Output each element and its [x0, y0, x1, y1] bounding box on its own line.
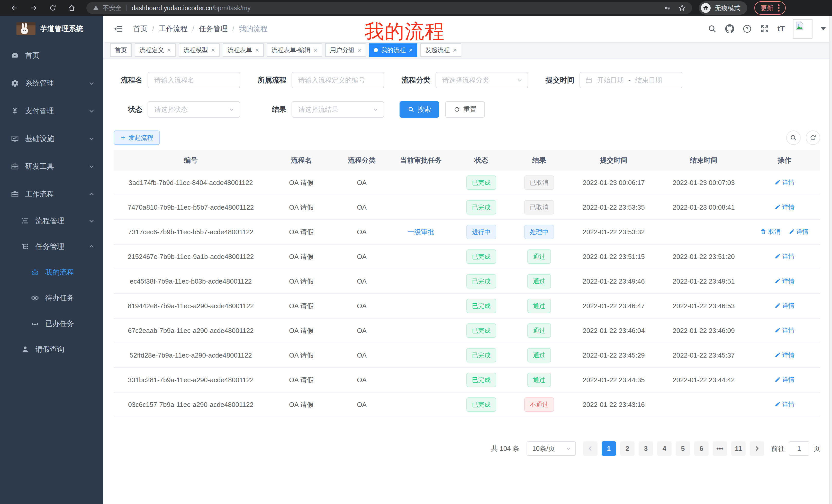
tab-close-icon[interactable]: × [409, 47, 413, 53]
page-button[interactable]: 11 [731, 441, 746, 456]
tab[interactable]: 发起流程 × [420, 44, 461, 57]
process-name-label: 流程名 [114, 75, 142, 85]
process-id: ec45f38f-7b9a-11ec-b03b-acde48001122 [114, 277, 268, 285]
end-time: 2022-01-22 23:46:53 [659, 302, 749, 310]
next-page-button[interactable] [750, 441, 764, 456]
browser-home-icon[interactable] [62, 0, 81, 16]
sidebar-item-home[interactable]: 首页 [0, 41, 103, 69]
detail-action[interactable]: 详情 [774, 400, 795, 409]
browser-forward-icon[interactable] [24, 0, 43, 16]
browser-scrollbar[interactable] [829, 16, 832, 504]
page-button[interactable]: 2 [620, 441, 634, 456]
result-select[interactable]: 请选择流结果 [291, 101, 384, 118]
detail-action[interactable]: 详情 [774, 277, 795, 285]
sidebar-item-process-management[interactable]: 流程管理 [0, 208, 103, 234]
tab-close-icon[interactable]: × [211, 47, 215, 53]
key-icon[interactable] [663, 4, 671, 12]
detail-action[interactable]: 详情 [774, 302, 795, 310]
submit-time: 2022-01-23 00:06:17 [569, 179, 659, 187]
sidebar-item-task-management[interactable]: 任务管理 [0, 234, 103, 259]
breadcrumb-task-management[interactable]: 任务管理 [199, 24, 228, 34]
detail-action[interactable]: 详情 [788, 228, 809, 236]
end-time: 2022-01-23 00:08:41 [659, 203, 749, 212]
parent-process-input[interactable] [291, 72, 384, 88]
browser-reload-icon[interactable] [43, 0, 62, 16]
sidebar-item-dev-tools[interactable]: 研发工具 [0, 152, 103, 180]
page-button[interactable]: ••• [713, 441, 727, 456]
browser-menu-icon[interactable] [778, 4, 780, 11]
github-icon[interactable] [725, 24, 734, 33]
address-bar[interactable]: 不安全 dashboard.yudao.iocoder.cn/bpm/task/… [86, 2, 692, 14]
sidebar-collapse-icon[interactable] [109, 20, 127, 37]
tab-close-icon[interactable]: × [167, 47, 171, 53]
process-name-input[interactable] [148, 72, 240, 88]
table-row: 7470a810-7b9b-11ec-b5b7-acde48001122 OA … [114, 195, 820, 220]
tab-close-icon[interactable]: × [358, 47, 362, 53]
browser-update-button[interactable]: 更新 [754, 1, 786, 15]
submit-time-range-picker[interactable]: 开始日期 - 结束日期 [579, 72, 682, 88]
detail-action[interactable]: 详情 [774, 252, 795, 260]
tab[interactable]: 用户分组 × [325, 44, 366, 57]
tab[interactable]: 流程表单-编辑 × [267, 44, 322, 57]
breadcrumb-separator: / [192, 25, 194, 33]
tab[interactable]: 流程表单 × [223, 44, 263, 57]
process-name: OA 请假 [268, 203, 335, 212]
status-placeholder: 请选择状态 [154, 105, 188, 114]
sidebar-item-payment[interactable]: 支付管理 [0, 97, 103, 125]
detail-action[interactable]: 详情 [774, 351, 795, 359]
sidebar-item-leave-query[interactable]: 请假查询 [0, 337, 103, 362]
prev-page-button[interactable] [583, 441, 598, 456]
detail-action[interactable]: 详情 [774, 326, 795, 334]
page-button[interactable]: 3 [639, 441, 653, 456]
app-logo-row[interactable]: 芋道管理系统 [0, 16, 103, 41]
browser-back-icon[interactable] [5, 0, 24, 16]
avatar-caret-icon[interactable] [821, 27, 826, 30]
detail-action[interactable]: 详情 [774, 178, 795, 187]
status-select[interactable]: 请选择状态 [148, 101, 240, 118]
detail-action[interactable]: 详情 [774, 203, 795, 211]
font-size-icon[interactable]: tT [778, 24, 785, 33]
page-button[interactable]: 6 [694, 441, 709, 456]
page-button[interactable]: 1 [602, 441, 616, 456]
chevron-down-icon [88, 136, 95, 142]
tab[interactable]: 流程模型 × [179, 44, 219, 57]
cancel-action[interactable]: 取消 [760, 228, 780, 236]
sidebar-item-system[interactable]: 系统管理 [0, 69, 103, 97]
breadcrumb-workflow[interactable]: 工作流程 [159, 24, 188, 34]
category-select[interactable]: 请选择流程分类 [436, 72, 528, 88]
table-search-toggle-icon[interactable] [786, 131, 801, 145]
fullscreen-icon[interactable] [760, 24, 769, 33]
tab-close-icon[interactable]: × [453, 47, 457, 53]
bookmark-star-icon[interactable] [678, 4, 686, 12]
tab-close-icon[interactable]: × [314, 47, 317, 53]
current-task-link[interactable]: 一级审批 [408, 228, 434, 236]
goto-page-input[interactable] [789, 441, 809, 456]
tab-close-icon[interactable]: × [255, 47, 259, 53]
table-refresh-icon[interactable] [806, 131, 820, 145]
reset-button[interactable]: 重置 [445, 101, 485, 118]
detail-action[interactable]: 详情 [774, 375, 795, 384]
search-button[interactable]: 搜索 [399, 101, 439, 118]
tab[interactable]: 流程定义 × [135, 44, 176, 57]
create-process-button[interactable]: 发起流程 [114, 131, 160, 145]
page-button[interactable]: 5 [676, 441, 690, 456]
sidebar-item-label: 已办任务 [45, 319, 74, 329]
sidebar-item-infrastructure[interactable]: 基础设施 [0, 125, 103, 152]
avatar[interactable] [793, 19, 812, 38]
pagination-total: 共 104 条 [491, 444, 519, 453]
tab[interactable]: 首页 × [110, 44, 132, 57]
refresh-icon [453, 106, 460, 113]
page-button[interactable]: 4 [657, 441, 672, 456]
breadcrumb-home[interactable]: 首页 [133, 24, 148, 34]
tab[interactable]: 我的流程 × [369, 44, 417, 57]
sidebar-item-done-tasks[interactable]: 已办任务 [0, 311, 103, 337]
process-name: OA 请假 [268, 302, 335, 311]
tab-label: 用户分组 [330, 46, 355, 54]
sidebar-item-my-processes[interactable]: 我的流程 [0, 259, 103, 285]
help-icon[interactable]: ? [743, 24, 752, 33]
page-size-select[interactable]: 10条/页 [526, 441, 576, 456]
header-search-icon[interactable] [707, 24, 717, 33]
svg-text:?: ? [746, 26, 749, 31]
sidebar-item-workflow[interactable]: 工作流程 [0, 180, 103, 208]
sidebar-item-todo-tasks[interactable]: 待办任务 [0, 285, 103, 311]
